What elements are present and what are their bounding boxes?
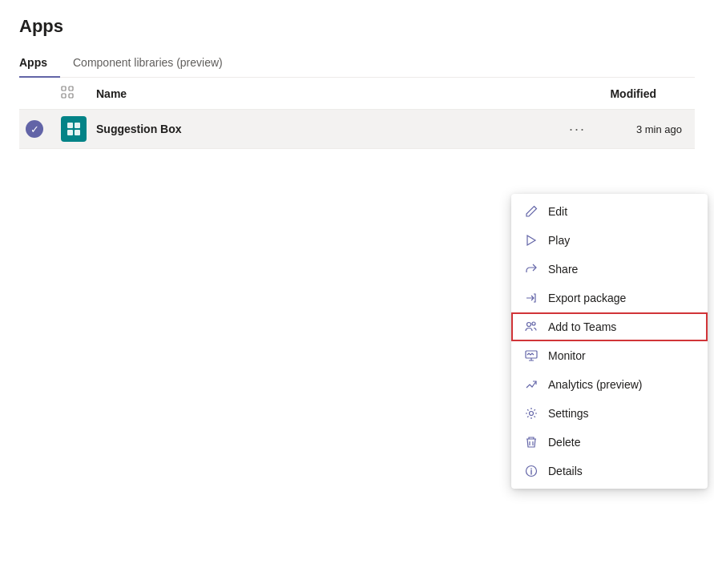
menu-item-details[interactable]: Details [511,457,708,485]
svg-rect-1 [69,87,73,91]
details-icon [524,464,539,478]
menu-item-share[interactable]: Share [511,255,708,284]
svg-rect-5 [75,123,80,128]
tab-component-libraries[interactable]: Component libraries (preview) [73,50,236,77]
row-modified-time: 3 min ago [592,123,688,135]
page-title: Apps [19,16,695,37]
context-menu: Edit Play Share Export package [511,194,708,489]
row-app-name: Suggestion Box [96,123,563,135]
svg-rect-0 [62,87,66,91]
menu-item-settings[interactable]: Settings [511,399,708,428]
menu-item-export-package[interactable]: Export package [511,284,708,312]
page-header: Apps Apps Component libraries (preview) [0,0,714,78]
svg-rect-4 [67,123,73,128]
menu-item-delete[interactable]: Delete [511,428,708,457]
svg-marker-8 [527,236,535,245]
settings-icon [524,406,539,421]
svg-rect-2 [62,94,66,98]
header-modified: Modified [592,87,688,100]
svg-rect-6 [67,130,73,135]
header-icon [61,86,96,101]
menu-item-play[interactable]: Play [511,226,708,255]
check-icon: ✓ [26,120,43,138]
menu-item-edit[interactable]: Edit [511,197,708,226]
edit-icon [524,204,539,219]
teams-icon [524,320,539,334]
tab-apps[interactable]: Apps [19,50,60,77]
export-icon [524,291,539,305]
svg-point-9 [527,323,531,327]
header-name: Name [96,87,592,100]
svg-point-12 [530,412,534,416]
share-icon [524,262,539,276]
table-row[interactable]: ✓ Suggestion Box ··· 3 min ago [19,110,695,149]
row-app-icon [61,116,96,142]
tabs-bar: Apps Component libraries (preview) [19,50,695,78]
menu-item-monitor[interactable]: Monitor [511,341,708,370]
play-icon [524,233,539,248]
svg-rect-7 [75,130,80,135]
apps-table: Name Modified ✓ Suggestion Box ··· 3 min… [0,78,714,149]
row-checkbox[interactable]: ✓ [26,120,61,138]
row-ellipsis-button[interactable]: ··· [563,119,592,139]
monitor-icon [524,348,539,363]
table-header: Name Modified [19,78,695,110]
menu-item-analytics[interactable]: Analytics (preview) [511,370,708,399]
analytics-icon [524,377,539,392]
svg-rect-3 [69,94,73,98]
svg-point-10 [532,322,535,325]
svg-point-14 [530,468,532,469]
menu-item-add-to-teams[interactable]: Add to Teams [511,312,708,341]
delete-icon [524,435,539,449]
